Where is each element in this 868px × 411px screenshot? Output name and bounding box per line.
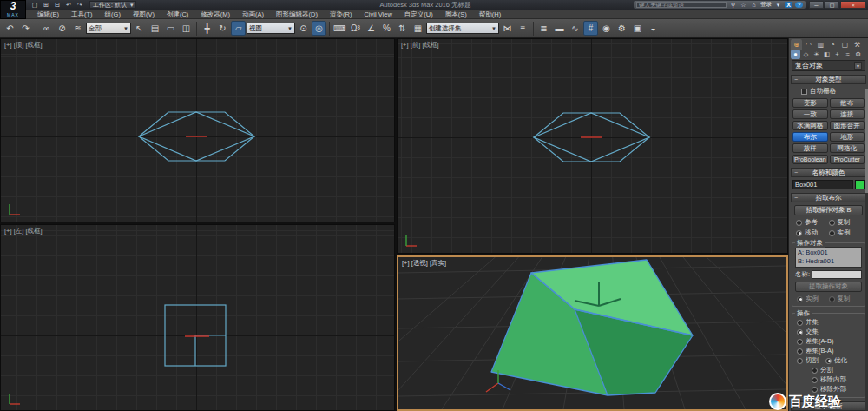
new-scene-icon[interactable]: ▢	[30, 1, 40, 9]
undo-icon[interactable]: ↶	[3, 21, 17, 36]
save-file-icon[interactable]: ⊟	[52, 1, 62, 9]
remove-inside-radio[interactable]: 移除内部	[812, 375, 860, 384]
menu-modifiers[interactable]: 修改器(M)	[194, 10, 236, 19]
menu-graph-editors[interactable]: 图形编辑器(D)	[270, 10, 324, 19]
layer-manager-icon[interactable]: ≣	[536, 21, 551, 36]
shapes-category-icon[interactable]: ◇	[801, 50, 811, 59]
object-color-swatch[interactable]	[855, 180, 865, 189]
undo-icon[interactable]: ↶	[63, 1, 74, 9]
utilities-tab[interactable]: ⚒	[852, 39, 863, 50]
home-icon[interactable]: ⌂	[750, 2, 758, 8]
geometry-category-icon[interactable]: ●	[791, 50, 800, 59]
viewport-left-label[interactable]: [+] [左] [线框]	[4, 227, 43, 235]
boolean-result-object[interactable]	[398, 257, 786, 409]
select-and-manipulate-icon[interactable]: ◎	[312, 21, 326, 36]
hierarchy-tab[interactable]: ▥	[815, 39, 826, 50]
align-icon[interactable]: ≡	[516, 21, 530, 36]
select-by-name-icon[interactable]: ▤	[148, 21, 162, 36]
reference-radio[interactable]: 参考	[796, 218, 829, 227]
mirror-icon[interactable]: ⋈	[500, 21, 515, 36]
motion-tab[interactable]: ◔	[827, 39, 838, 50]
cameras-category-icon[interactable]: ◧	[822, 50, 832, 59]
menu-edit[interactable]: 编辑(E)	[31, 10, 65, 19]
menu-customize[interactable]: 自定义(U)	[398, 10, 439, 19]
lights-category-icon[interactable]: ☀	[812, 50, 821, 59]
select-and-move-icon[interactable]: ╋	[200, 21, 214, 36]
union-radio[interactable]: 并集	[797, 318, 860, 327]
proboolean-button[interactable]: ProBoolean	[792, 155, 828, 164]
curve-editor-icon[interactable]: ∿	[568, 21, 582, 36]
percent-snap-icon[interactable]: %	[379, 21, 394, 36]
snaps-toggle-icon[interactable]: Ω³	[348, 21, 363, 36]
display-tab[interactable]: ▢	[839, 39, 851, 50]
boolean-button[interactable]: 布尔	[792, 132, 828, 142]
menu-help[interactable]: 帮助(H)	[473, 10, 507, 19]
rollout-display-update[interactable]: − 显示/更新	[791, 401, 866, 411]
hedra-boolean-wireframe-front[interactable]	[398, 39, 788, 254]
extract-operand-button[interactable]: 提取操作对象	[795, 282, 862, 292]
modify-tab[interactable]: ◠	[803, 39, 814, 50]
create-tab[interactable]: ⊕	[791, 39, 802, 50]
infocenter-search-input[interactable]	[636, 2, 727, 8]
blobmesh-button[interactable]: 水滴网格	[792, 121, 828, 130]
move-radio[interactable]: 移动	[796, 229, 829, 237]
helpers-category-icon[interactable]: +	[832, 50, 842, 59]
operand-name-field[interactable]	[812, 270, 862, 279]
rollout-name-color[interactable]: − 名称和颜色	[791, 168, 866, 177]
menu-group[interactable]: 组(G)	[99, 10, 127, 19]
viewport-left[interactable]: [+] [左] [线框]	[0, 224, 395, 411]
exchange-apps-icon[interactable]: X	[785, 2, 792, 8]
spinner-snap-icon[interactable]: ⇅	[395, 21, 410, 36]
menu-views[interactable]: 视图(V)	[127, 10, 161, 19]
refine-radio[interactable]: 优化	[825, 356, 847, 365]
selection-filter-dropdown[interactable]: 全部 ▼	[86, 23, 131, 34]
viewport-top-label[interactable]: [+] [顶] [线框]	[4, 41, 43, 50]
pick-operand-b-button[interactable]: 拾取操作对象 B	[794, 205, 863, 215]
mesher-button[interactable]: 网格化	[830, 143, 865, 153]
intersection-radio[interactable]: 交集	[797, 328, 860, 336]
connect-button[interactable]: 连接	[830, 109, 865, 119]
select-and-rotate-icon[interactable]: ↻	[215, 21, 230, 36]
shapemerge-button[interactable]: 图形合并	[830, 121, 865, 130]
morph-button[interactable]: 变形	[792, 98, 828, 108]
viewport-top[interactable]: [+] [顶] [线框]	[0, 38, 395, 222]
redo-icon[interactable]: ↷	[18, 21, 33, 36]
geometry-category-dropdown[interactable]: 复合对象 ▼	[792, 60, 865, 71]
procutter-button[interactable]: ProCutter	[830, 155, 865, 164]
rollout-object-type[interactable]: − 对象类型	[791, 75, 866, 84]
star-icon[interactable]: ☆	[740, 2, 747, 9]
viewport-perspective-label[interactable]: [+] [透视] [真实]	[402, 259, 446, 268]
workspace-dropdown[interactable]: 工作区: 默认 ▾	[89, 1, 136, 9]
conform-button[interactable]: 一致	[792, 109, 828, 119]
cut-radio[interactable]: 切割	[797, 356, 819, 365]
chevron-down-icon[interactable]: ▾	[774, 2, 782, 9]
instance-radio[interactable]: 实例	[829, 229, 862, 237]
minimize-button[interactable]: ─	[809, 1, 824, 9]
select-and-scale-icon[interactable]: ▱	[231, 21, 246, 36]
terrain-button[interactable]: 地形	[830, 132, 865, 142]
select-object-icon[interactable]: ↖	[132, 21, 147, 36]
split-radio[interactable]: 分割	[812, 366, 860, 375]
loft-button[interactable]: 放样	[792, 143, 828, 153]
box-wireframe-left[interactable]	[1, 225, 395, 411]
viewport-perspective[interactable]: [+] [透视] [真实]	[397, 255, 788, 411]
open-file-icon[interactable]: ⊞	[41, 1, 51, 9]
sign-in-button[interactable]: 登录	[760, 1, 772, 9]
help-icon[interactable]: ?	[795, 2, 803, 8]
search-icon[interactable]: ⚲	[729, 2, 737, 9]
subtraction-b-a-radio[interactable]: 差集(B-A)	[797, 347, 860, 355]
menu-tools[interactable]: 工具(T)	[65, 10, 99, 19]
unlink-selection-icon[interactable]: ⊘	[55, 21, 69, 36]
menu-create[interactable]: 创建(C)	[161, 10, 194, 19]
viewport-front-label[interactable]: [+] [前] [线框]	[401, 41, 439, 50]
render-setup-icon[interactable]: ⚙	[615, 21, 629, 36]
list-item[interactable]: B: Hedra001	[798, 257, 859, 266]
material-editor-icon[interactable]: ◉	[599, 21, 614, 36]
menu-civil-view[interactable]: Civil View	[358, 10, 398, 19]
copy-radio[interactable]: 复制	[829, 218, 862, 227]
maximize-button[interactable]: ▢	[825, 1, 839, 9]
remove-outside-radio[interactable]: 移除外部	[812, 385, 860, 394]
scatter-button[interactable]: 散布	[830, 98, 865, 108]
list-item[interactable]: A: Box001	[798, 249, 859, 257]
named-selection-sets-dropdown[interactable]: 创建选择集 ▼	[426, 23, 499, 34]
